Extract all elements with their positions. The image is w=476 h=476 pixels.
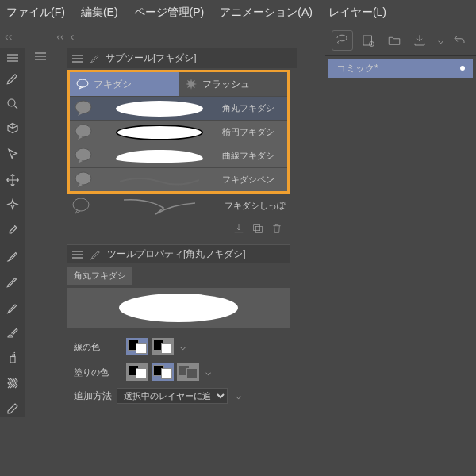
svg-point-0 <box>8 99 15 106</box>
trash-icon[interactable] <box>271 222 283 235</box>
svg-point-6 <box>75 172 91 185</box>
brush-small-icon <box>88 248 102 262</box>
property-title: ツールプロパティ[角丸フキダシ] <box>107 248 246 261</box>
menu-layer[interactable]: レイヤー(L) <box>328 6 386 20</box>
svg-rect-10 <box>363 36 372 45</box>
balloon-icon <box>73 146 94 167</box>
shape-preview-large <box>67 288 290 328</box>
move-icon[interactable] <box>4 171 21 189</box>
fill-color-none[interactable] <box>177 363 199 381</box>
svg-rect-9 <box>254 225 260 231</box>
pen-tool-icon[interactable] <box>4 70 21 87</box>
spray-icon[interactable] <box>4 349 21 367</box>
subtool-header: サブツール[フキダシ] <box>67 48 298 68</box>
collapse-panel-icon[interactable]: ‹‹ <box>56 30 63 43</box>
toolbar <box>0 48 25 417</box>
cube-icon[interactable] <box>4 121 21 138</box>
line-color-main[interactable] <box>126 338 148 355</box>
add-method-select[interactable]: 選択中のレイヤーに追加 <box>117 388 228 404</box>
svg-rect-8 <box>255 226 262 232</box>
magnify-icon[interactable] <box>4 95 21 113</box>
menu-page[interactable]: ページ管理(P) <box>134 6 205 20</box>
tab-flash[interactable]: フラッシュ <box>178 72 287 96</box>
subtool-menu-icon[interactable] <box>72 55 83 63</box>
modified-dot-icon <box>460 66 465 71</box>
svg-point-2 <box>77 79 88 87</box>
menu-icon[interactable] <box>7 54 18 62</box>
tab-balloon-label: フキダシ <box>94 78 132 91</box>
shape-tail[interactable]: フキダシしっぽ <box>67 194 290 217</box>
cursor-icon[interactable] <box>4 146 21 163</box>
new-page-icon[interactable] <box>358 30 379 51</box>
shape-pen[interactable]: フキダシペン <box>70 167 287 191</box>
subtool-title: サブツール[フキダシ] <box>106 52 197 65</box>
svg-point-3 <box>75 101 91 113</box>
brush-icon[interactable] <box>4 248 21 265</box>
balloon-icon <box>71 196 91 217</box>
eyedropper-icon[interactable] <box>4 222 21 240</box>
copy-icon[interactable] <box>251 222 264 235</box>
add-method-label: 追加方法 <box>74 390 112 403</box>
shape-rounded[interactable]: 角丸フキダシ <box>70 96 287 120</box>
svg-point-7 <box>73 198 89 211</box>
panel-menu-icon[interactable] <box>35 52 46 60</box>
lasso-icon[interactable] <box>332 30 353 51</box>
menu-anim[interactable]: アニメーション(A) <box>220 6 313 20</box>
fill-color-main[interactable] <box>126 363 148 381</box>
property-name: 角丸フキダシ <box>67 267 132 285</box>
fill-color-sub[interactable] <box>152 363 174 381</box>
balloon-icon <box>73 170 94 190</box>
collapse-left-icon[interactable]: ‹‹ <box>5 30 12 43</box>
airbrush-icon[interactable] <box>4 324 21 341</box>
svg-point-5 <box>75 148 91 161</box>
chevron-down-icon[interactable]: ⌵ <box>236 390 241 401</box>
flash-tab-icon <box>185 78 198 90</box>
tab-balloon[interactable]: フキダシ <box>70 72 178 96</box>
line-color-sub[interactable] <box>152 338 174 355</box>
balloon-icon <box>73 122 94 143</box>
undo-icon[interactable] <box>448 30 470 51</box>
prop-menu-icon[interactable] <box>72 251 83 259</box>
document-tab[interactable]: コミック* <box>328 59 473 78</box>
shape-ellipse[interactable]: 楕円フキダシ <box>70 120 287 144</box>
tab-flash-label: フラッシュ <box>202 78 250 91</box>
sparkle-icon[interactable] <box>4 197 21 214</box>
menu-edit[interactable]: 編集(E) <box>81 6 118 20</box>
svg-rect-1 <box>10 357 15 363</box>
menu-file[interactable]: ファイル(F) <box>6 6 65 20</box>
eraser-icon[interactable] <box>4 400 21 417</box>
property-header: ツールプロパティ[角丸フキダシ] <box>67 244 290 263</box>
fill-color-label: 塗りの色 <box>74 367 121 378</box>
pattern-icon[interactable] <box>4 374 21 392</box>
back-icon[interactable]: ‹ <box>71 30 75 43</box>
chevron-down-icon[interactable]: ⌵ <box>438 35 443 46</box>
pencil-icon[interactable] <box>4 273 21 290</box>
svg-point-4 <box>75 125 91 137</box>
open-icon[interactable] <box>383 30 405 51</box>
highlighted-region: フキダシ フラッシュ 角丸フキダシ 楕円フキダシ 曲線フキダシ <box>67 70 290 194</box>
shape-curve[interactable]: 曲線フキダシ <box>70 144 287 167</box>
balloon-icon <box>73 98 94 119</box>
download-icon[interactable] <box>232 222 245 235</box>
balloon-tab-icon <box>76 79 89 90</box>
document-name: コミック* <box>336 62 378 75</box>
line-color-label: 線の色 <box>74 341 121 353</box>
brush-small-icon <box>88 52 101 65</box>
chevron-down-icon[interactable]: ⌵ <box>180 341 186 352</box>
chevron-down-icon[interactable]: ⌵ <box>205 367 211 378</box>
save-icon[interactable] <box>409 30 431 51</box>
marker-icon[interactable] <box>4 298 21 316</box>
